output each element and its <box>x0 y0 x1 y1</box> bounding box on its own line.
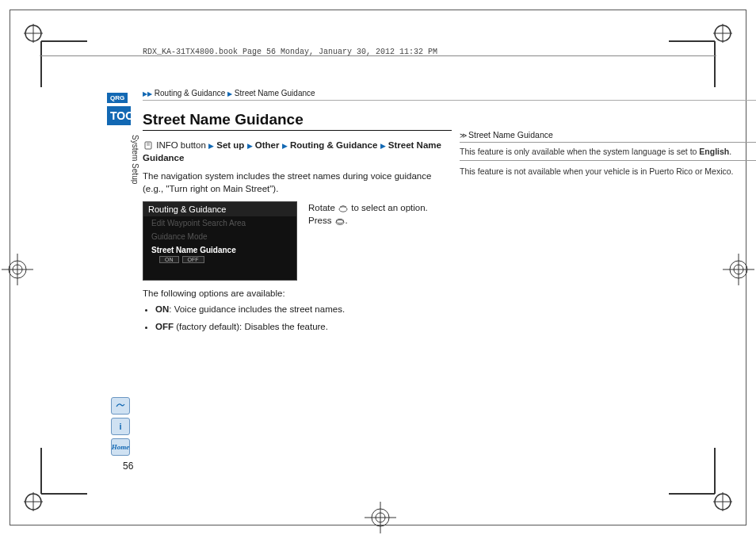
off-label: OFF <box>182 256 204 263</box>
following-text: The following options are available: <box>143 289 452 298</box>
screenshot-onoff: ONOFF <box>143 257 296 262</box>
instruction-text: Rotate to select an option. Press . <box>308 201 452 281</box>
toc-badge[interactable]: TOC <box>107 106 131 125</box>
page-title: Street Name Guidance <box>143 111 452 128</box>
screenshot-header: Routing & Guidance <box>143 202 296 216</box>
section-label-vertical: System Setup <box>131 135 139 184</box>
screenshot-menu-item: Guidance Mode <box>143 230 296 243</box>
crop-target-bottom <box>365 502 396 533</box>
rotate-dial-icon <box>338 204 349 213</box>
list-item: OFF (factory default): Disables the feat… <box>155 322 452 331</box>
triangle-icon: ▶ <box>147 90 152 97</box>
side-note-title: Street Name Guidance <box>460 130 756 139</box>
triangle-icon: ▶ <box>227 90 232 97</box>
svg-point-35 <box>339 206 347 211</box>
svg-rect-32 <box>145 142 151 149</box>
list-item: ON: Voice guidance includes the street n… <box>155 304 452 314</box>
path-item: Routing & Guidance <box>290 140 378 150</box>
crop-target-right <box>723 254 754 285</box>
path-item: Other <box>255 140 280 150</box>
page-number: 56 <box>123 460 133 472</box>
instruction-part: . <box>346 216 348 225</box>
side-note-text: This feature is only available when the … <box>460 147 699 156</box>
instruction-part: Rotate <box>308 203 338 212</box>
side-note-bold: English <box>699 147 729 156</box>
voice-icon[interactable] <box>111 397 130 415</box>
intro-text: The navigation system includes the stree… <box>143 170 452 195</box>
option-label: ON <box>155 304 169 314</box>
navigation-path: INFO button ▶ Set up ▶ Other ▶ Routing &… <box>143 139 452 164</box>
triangle-icon: ▶ <box>380 142 386 150</box>
header-rule <box>40 55 716 56</box>
home-icon[interactable]: Home <box>111 438 130 456</box>
info-button-icon <box>143 141 154 150</box>
side-note-box: This feature is only available when the … <box>460 142 756 161</box>
options-list: ON: Voice guidance includes the street n… <box>143 304 452 331</box>
breadcrumb-item: Street Name Guidance <box>235 89 315 97</box>
triangle-icon: ▶ <box>208 142 214 150</box>
nav-system-screenshot: Routing & Guidance Edit Waypoint Search … <box>143 201 297 281</box>
crop-target-left <box>2 254 33 285</box>
press-dial-icon <box>334 217 346 226</box>
path-prefix: INFO button <box>156 140 206 150</box>
breadcrumb-rule <box>143 100 756 101</box>
side-note-text: This feature is not available when your … <box>460 166 756 177</box>
breadcrumb: ▶▶ Routing & Guidance ▶ Street Name Guid… <box>143 89 315 97</box>
title-rule <box>143 130 452 131</box>
screenshot-menu-item-active: Street Name Guidance <box>143 243 296 257</box>
breadcrumb-item: Routing & Guidance <box>155 89 226 97</box>
qrg-badge[interactable]: QRG <box>107 93 128 103</box>
option-text: (factory default): Disables the feature. <box>174 322 328 331</box>
path-item: Set up <box>216 140 244 150</box>
info-icon[interactable]: i <box>111 418 130 435</box>
option-label: OFF <box>155 322 174 331</box>
triangle-icon: ▶ <box>282 142 288 150</box>
triangle-icon: ▶ <box>247 142 253 150</box>
option-text: : Voice guidance includes the street nam… <box>169 304 345 314</box>
screenshot-menu-item: Edit Waypoint Search Area <box>143 216 296 230</box>
side-note-text: . <box>729 147 731 156</box>
on-label: ON <box>159 256 179 263</box>
